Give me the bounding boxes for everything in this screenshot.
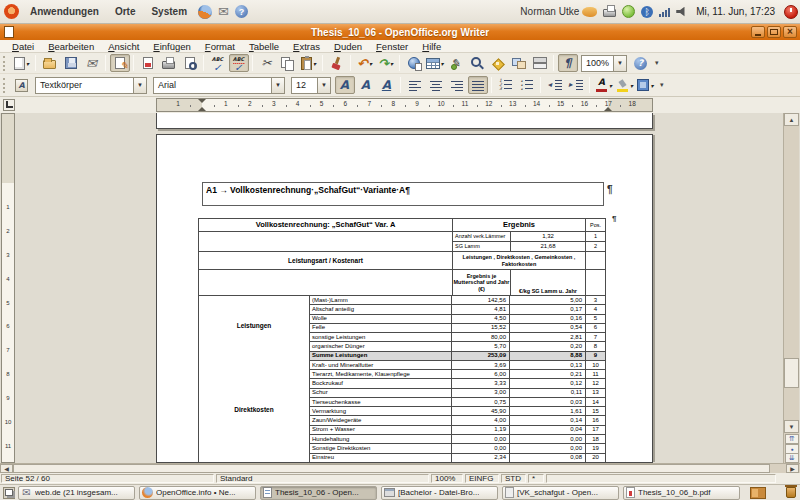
help-launcher-icon[interactable] <box>235 5 248 18</box>
status-zoom[interactable]: 100% <box>431 474 463 483</box>
next-page-icon[interactable]: ⇊ <box>785 453 799 463</box>
pos-cell[interactable]: 20 <box>586 454 606 463</box>
chevron-down-icon[interactable]: ▾ <box>630 82 633 89</box>
pos-cell[interactable]: 12 <box>586 379 606 388</box>
toolbar-grip[interactable] <box>3 78 7 93</box>
kpi-value[interactable]: 1,32 <box>511 232 586 242</box>
pos-cell[interactable]: 14 <box>586 398 606 407</box>
hyperlink-button[interactable] <box>404 54 424 72</box>
item-cell[interactable]: Kraft- und Mineralfutter <box>310 361 452 370</box>
value-cell[interactable]: 4,81 <box>452 305 510 314</box>
cut-button[interactable] <box>257 54 277 72</box>
increase-indent-button[interactable] <box>566 76 586 94</box>
table-title[interactable]: Vollkostenrechnung: „SchafGut“ Var. A <box>199 219 453 232</box>
per-kg-cell[interactable]: 0,00 <box>510 444 586 453</box>
trash-icon[interactable] <box>786 487 796 498</box>
pos-cell[interactable]: 9 <box>586 352 606 361</box>
bold-button[interactable] <box>335 76 355 94</box>
status-modified[interactable]: * <box>528 474 544 483</box>
font-name-combo[interactable]: Arial ▼ <box>153 77 285 94</box>
chevron-down-icon[interactable]: ▾ <box>26 60 29 67</box>
item-cell[interactable]: Tierarzt, Medikamente, Klauenpflege <box>310 370 452 379</box>
align-left-button[interactable] <box>405 76 425 94</box>
group-label[interactable]: Leistungen <box>199 322 309 329</box>
value-cell[interactable]: 3,33 <box>452 379 510 388</box>
auto-spellcheck-button[interactable] <box>229 54 249 72</box>
bullet-list-button[interactable] <box>517 76 537 94</box>
edit-file-button[interactable] <box>110 54 130 72</box>
result-header[interactable]: Ergebnis <box>453 219 586 232</box>
item-cell[interactable]: Altschaf anteilig <box>310 305 452 314</box>
value-cell[interactable]: 2,34 <box>452 454 510 463</box>
help-button[interactable] <box>631 54 651 72</box>
value-cell[interactable]: 4,00 <box>452 416 510 425</box>
user-switcher[interactable]: Norman Utke <box>520 6 579 17</box>
kpi-pos[interactable]: 2 <box>586 242 606 252</box>
taskbar-item[interactable]: web.de (21 insgesam... <box>18 486 135 500</box>
category-column[interactable]: Leistungen Direktkosten <box>199 296 310 463</box>
kpi-label[interactable]: Anzahl verk.Lämmer <box>453 232 511 242</box>
background-color-button[interactable]: ▾ <box>636 76 656 94</box>
chevron-down-icon[interactable]: ▼ <box>271 78 284 93</box>
menu-item[interactable]: Format <box>198 41 242 52</box>
value-cell[interactable]: 6,00 <box>452 370 510 379</box>
data-sources-button[interactable] <box>530 54 550 72</box>
update-notifier-icon[interactable] <box>622 5 635 18</box>
pos-cell[interactable]: 5 <box>586 315 606 324</box>
per-kg-cell[interactable]: 0,04 <box>510 426 586 435</box>
item-cell[interactable]: organischer Dünger <box>310 342 452 351</box>
item-cell[interactable]: Hundehaltung <box>310 435 452 444</box>
value-cell[interactable]: 4,50 <box>452 315 510 324</box>
system-menu[interactable]: System <box>143 6 195 17</box>
status-page-style[interactable]: Standard <box>216 474 429 483</box>
menu-item[interactable]: Fenster <box>369 41 415 52</box>
per-kg-cell[interactable]: 0,54 <box>510 324 586 333</box>
vertical-scrollbar-thumb[interactable] <box>784 358 799 388</box>
open-button[interactable] <box>40 54 60 72</box>
item-cell[interactable]: Bockzukauf <box>310 379 452 388</box>
redo-button[interactable]: ▾ <box>376 54 396 72</box>
save-button[interactable] <box>61 54 81 72</box>
vertical-ruler[interactable]: 1234567891011 <box>1 113 15 463</box>
taskbar-item[interactable]: OpenOffice.info • Ne... <box>139 486 256 500</box>
pos-cell[interactable]: 16 <box>586 416 606 425</box>
pos-cell[interactable]: 8 <box>586 342 606 351</box>
pos-cell[interactable]: 10 <box>586 361 606 370</box>
horizontal-scrollbar-thumb[interactable] <box>13 464 770 473</box>
item-cell[interactable]: Tierseuchenkasse <box>310 398 452 407</box>
status-page[interactable]: Seite 52 / 60 <box>1 474 214 483</box>
per-kg-cell[interactable]: 0,08 <box>510 454 586 463</box>
chevron-down-icon[interactable]: ▼ <box>317 78 330 93</box>
scroll-down-icon[interactable]: ▼ <box>784 420 799 433</box>
chevron-down-icon[interactable]: ▾ <box>650 82 653 89</box>
value-cell[interactable]: 253,09 <box>452 352 510 361</box>
find-replace-button[interactable] <box>467 54 487 72</box>
item-cell[interactable]: Wolle <box>310 315 452 324</box>
item-cell[interactable]: Strom + Wasser <box>310 426 452 435</box>
toolbar-grip[interactable] <box>3 56 7 71</box>
menu-item[interactable]: Tabelle <box>242 41 286 52</box>
pos-cell[interactable]: 18 <box>586 435 606 444</box>
new-document-button[interactable]: ▾ <box>12 54 32 72</box>
column-header-left[interactable]: Leistungsart / Kostenart <box>199 252 453 270</box>
pos-cell[interactable]: 4 <box>586 305 606 314</box>
email-button[interactable] <box>82 54 102 72</box>
column-header-right[interactable]: Leistungen , Direktkosten , Gemeinkosten… <box>453 252 586 270</box>
item-cell[interactable]: Einstreu <box>310 454 452 463</box>
pos-header[interactable]: Pos. <box>586 219 606 232</box>
vertical-scrollbar[interactable]: ▲ ▼ ⇈ ● ⇊ <box>783 113 799 463</box>
pos-cell[interactable]: 3 <box>586 296 606 305</box>
font-color-button[interactable]: ▾ <box>594 76 614 94</box>
value-cell[interactable]: 3,69 <box>452 361 510 370</box>
chevron-down-icon[interactable]: ▼ <box>613 56 626 71</box>
per-kg-cell[interactable]: 0,20 <box>510 342 586 351</box>
status-insert-mode[interactable]: EINFG <box>465 474 499 483</box>
empty-cell[interactable] <box>199 242 453 252</box>
kpi-value[interactable]: 21,68 <box>511 242 586 252</box>
value-cell[interactable]: 0,00 <box>452 435 510 444</box>
value-col2-header[interactable]: €/kg SG Lamm u. Jahr <box>511 270 586 296</box>
workspace-switcher[interactable] <box>750 487 766 499</box>
heading-frame[interactable]: A1 → Vollkostenrechnung·„SchafGut“·Varia… <box>202 182 604 206</box>
navigator-button[interactable] <box>488 54 508 72</box>
draw-functions-button[interactable] <box>446 54 466 72</box>
